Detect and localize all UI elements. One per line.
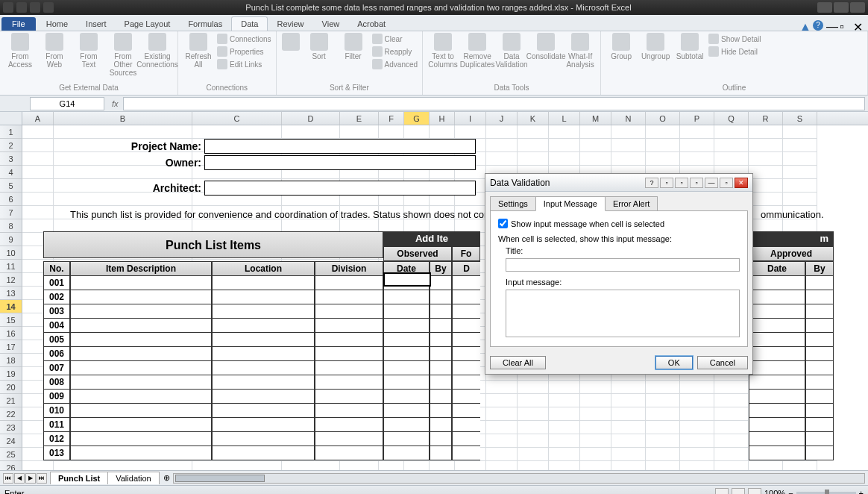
checkbox-input[interactable] (498, 219, 508, 228)
undo-icon[interactable] (30, 2, 40, 13)
close-button[interactable] (850, 2, 865, 13)
column-header-C[interactable]: C (192, 112, 282, 125)
column-header-N[interactable]: N (611, 112, 646, 125)
zoom-in-button[interactable]: + (859, 489, 864, 495)
row-header-21[interactable]: 21 (0, 394, 22, 407)
row-header-12[interactable]: 12 (0, 273, 22, 287)
dialog-help-button[interactable]: ? (645, 178, 658, 188)
remove-duplicates-button[interactable]: Remove Duplicates (462, 33, 493, 69)
help-icon[interactable]: ? (813, 20, 823, 31)
maximize-button[interactable] (834, 2, 849, 13)
column-header-S[interactable]: S (783, 112, 817, 125)
row-header-15[interactable]: 15 (0, 313, 22, 327)
data-validation-button[interactable]: Data Validation (496, 33, 527, 69)
column-header-H[interactable]: H (430, 112, 455, 125)
new-sheet-button[interactable]: ⊕ (163, 473, 170, 483)
sheet-tab-validation[interactable]: Validation (107, 472, 160, 484)
first-sheet-button[interactable]: ⏮ (3, 473, 13, 484)
dialog-btn5[interactable]: — (705, 178, 718, 188)
row-header-18[interactable]: 18 (0, 354, 22, 367)
column-header-A[interactable]: A (22, 112, 54, 125)
existing-connections-button[interactable]: Existing Connections (142, 33, 173, 69)
column-header-F[interactable]: F (379, 112, 404, 125)
from-text-button[interactable]: From Text (73, 33, 104, 69)
row-header-10[interactable]: 10 (0, 246, 22, 260)
row-header-25[interactable]: 25 (0, 448, 22, 461)
window-close-icon[interactable]: ✕ (853, 20, 864, 31)
next-sheet-button[interactable]: ▶ (25, 473, 36, 484)
column-header-D[interactable]: D (282, 112, 340, 125)
table-row[interactable]: 010 (43, 404, 834, 418)
sheet-tab-punch-list[interactable]: Punch List (50, 472, 108, 484)
row-header-7[interactable]: 7 (0, 206, 22, 219)
column-header-L[interactable]: L (549, 112, 580, 125)
tab-formulas[interactable]: Formulas (179, 17, 231, 31)
row-header-24[interactable]: 24 (0, 434, 22, 448)
dialog-btn2[interactable]: ▫ (660, 178, 673, 188)
dialog-btn6[interactable]: ▫ (720, 178, 733, 188)
sort-asc-button[interactable] (281, 33, 301, 52)
filter-button[interactable]: Filter (338, 33, 369, 60)
dialog-btn3[interactable]: ▫ (675, 178, 688, 188)
cancel-button[interactable]: Cancel (697, 356, 748, 369)
table-row[interactable]: 011 (43, 418, 834, 432)
dialog-close-button[interactable]: ✕ (735, 178, 748, 188)
row-header-5[interactable]: 5 (0, 179, 22, 193)
tab-data[interactable]: Data (231, 16, 268, 31)
row-header-4[interactable]: 4 (0, 166, 22, 179)
whatif-button[interactable]: What-If Analysis (564, 33, 596, 69)
clear-button[interactable]: Clear (372, 33, 418, 45)
table-row[interactable]: 012 (43, 432, 834, 446)
tab-acrobat[interactable]: Acrobat (348, 17, 394, 31)
dialog-titlebar[interactable]: Data Validation ? ▫ ▫ ▫ — ▫ ✕ (485, 174, 752, 192)
column-header-M[interactable]: M (580, 112, 611, 125)
name-box[interactable]: G14 (30, 97, 104, 110)
select-all-corner[interactable] (0, 112, 22, 125)
sort-button[interactable]: Sort (304, 33, 335, 60)
zoom-out-button[interactable]: − (788, 489, 793, 495)
column-header-K[interactable]: K (518, 112, 549, 125)
tab-view[interactable]: View (313, 17, 349, 31)
row-header-22[interactable]: 22 (0, 407, 22, 421)
page-layout-view-button[interactable] (732, 488, 745, 495)
row-header-8[interactable]: 8 (0, 219, 22, 233)
column-header-I[interactable]: I (455, 112, 486, 125)
advanced-button[interactable]: Advanced (372, 58, 418, 70)
redo-icon[interactable] (43, 2, 54, 13)
table-row[interactable]: 009 (43, 390, 834, 404)
zoom-slider[interactable] (796, 492, 856, 495)
hide-detail-button[interactable]: Hide Detail (708, 46, 761, 57)
architect-input[interactable] (204, 181, 476, 196)
row-header-2[interactable]: 2 (0, 139, 22, 152)
project-name-input[interactable] (204, 139, 476, 154)
row-header-13[interactable]: 13 (0, 287, 22, 300)
show-message-checkbox[interactable]: Show input message when cell is selected (498, 219, 740, 228)
column-header-P[interactable]: P (680, 112, 714, 125)
last-sheet-button[interactable]: ⏭ (37, 473, 47, 484)
row-header-3[interactable]: 3 (0, 152, 22, 166)
table-row[interactable]: 013 (43, 446, 834, 460)
row-header-26[interactable]: 26 (0, 461, 22, 470)
horizontal-scrollbar[interactable] (173, 473, 865, 484)
consolidate-button[interactable]: Consolidate (530, 33, 562, 60)
column-header-Q[interactable]: Q (714, 112, 749, 125)
window-min-icon[interactable]: — (826, 20, 837, 31)
tab-page-layout[interactable]: Page Layout (116, 17, 180, 31)
connections-button[interactable]: Connections (217, 33, 271, 45)
page-break-view-button[interactable] (748, 488, 761, 495)
ok-button[interactable]: OK (655, 356, 693, 369)
from-web-button[interactable]: From Web (39, 33, 70, 69)
properties-button[interactable]: Properties (217, 46, 271, 57)
column-header-E[interactable]: E (340, 112, 379, 125)
column-header-J[interactable]: J (486, 112, 518, 125)
reapply-button[interactable]: Reapply (372, 46, 418, 57)
column-header-R[interactable]: R (749, 112, 783, 125)
row-header-17[interactable]: 17 (0, 340, 22, 354)
row-header-23[interactable]: 23 (0, 421, 22, 434)
row-header-20[interactable]: 20 (0, 381, 22, 394)
group-button[interactable]: Group (606, 33, 637, 60)
message-textarea[interactable] (506, 290, 740, 337)
file-tab[interactable]: File (1, 17, 36, 31)
dialog-tab-input-message[interactable]: Input Message (535, 196, 606, 211)
prev-sheet-button[interactable]: ◀ (14, 473, 25, 484)
